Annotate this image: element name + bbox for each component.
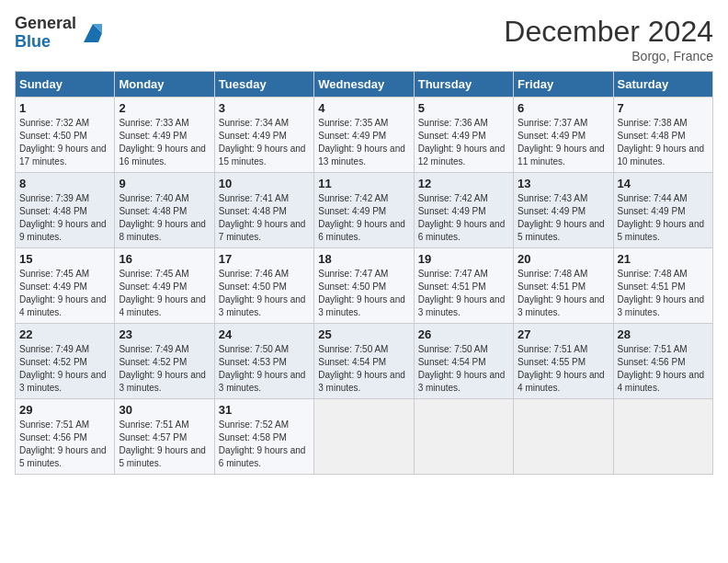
calendar-cell: 9 Sunrise: 7:40 AM Sunset: 4:48 PM Dayli… bbox=[115, 173, 214, 248]
calendar-cell: 20 Sunrise: 7:48 AM Sunset: 4:51 PM Dayl… bbox=[514, 248, 613, 324]
day-number: 28 bbox=[618, 327, 709, 341]
calendar-cell: 11 Sunrise: 7:42 AM Sunset: 4:49 PM Dayl… bbox=[314, 173, 414, 248]
calendar-cell: 14 Sunrise: 7:44 AM Sunset: 4:49 PM Dayl… bbox=[613, 173, 712, 248]
day-info: Sunrise: 7:37 AM Sunset: 4:49 PM Dayligh… bbox=[518, 117, 609, 168]
day-info: Sunrise: 7:47 AM Sunset: 4:50 PM Dayligh… bbox=[318, 268, 409, 319]
calendar-cell: 5 Sunrise: 7:36 AM Sunset: 4:49 PM Dayli… bbox=[414, 98, 513, 173]
day-number: 29 bbox=[19, 403, 110, 417]
calendar-cell: 29 Sunrise: 7:51 AM Sunset: 4:56 PM Dayl… bbox=[16, 399, 115, 475]
calendar-cell: 26 Sunrise: 7:50 AM Sunset: 4:54 PM Dayl… bbox=[414, 324, 513, 399]
day-info: Sunrise: 7:46 AM Sunset: 4:50 PM Dayligh… bbox=[219, 268, 310, 319]
week-row: 1 Sunrise: 7:32 AM Sunset: 4:50 PM Dayli… bbox=[16, 98, 713, 173]
day-info: Sunrise: 7:45 AM Sunset: 4:49 PM Dayligh… bbox=[19, 268, 110, 319]
calendar-cell: 6 Sunrise: 7:37 AM Sunset: 4:49 PM Dayli… bbox=[514, 98, 613, 173]
day-number: 6 bbox=[518, 101, 609, 115]
day-number: 1 bbox=[19, 101, 110, 115]
day-info: Sunrise: 7:43 AM Sunset: 4:49 PM Dayligh… bbox=[518, 192, 609, 244]
day-info: Sunrise: 7:34 AM Sunset: 4:49 PM Dayligh… bbox=[219, 117, 310, 168]
day-info: Sunrise: 7:50 AM Sunset: 4:54 PM Dayligh… bbox=[318, 343, 409, 395]
column-header-monday: Monday bbox=[115, 72, 214, 98]
calendar-cell: 4 Sunrise: 7:35 AM Sunset: 4:49 PM Dayli… bbox=[314, 98, 414, 173]
day-number: 5 bbox=[418, 101, 509, 115]
logo-blue-text: Blue bbox=[15, 33, 76, 52]
calendar-cell: 1 Sunrise: 7:32 AM Sunset: 4:50 PM Dayli… bbox=[16, 98, 115, 173]
location: Borgo, France bbox=[504, 49, 713, 63]
day-number: 31 bbox=[219, 403, 310, 417]
column-header-saturday: Saturday bbox=[613, 72, 712, 98]
day-info: Sunrise: 7:41 AM Sunset: 4:48 PM Dayligh… bbox=[219, 192, 310, 244]
calendar-cell: 8 Sunrise: 7:39 AM Sunset: 4:48 PM Dayli… bbox=[16, 173, 115, 248]
calendar-cell: 24 Sunrise: 7:50 AM Sunset: 4:53 PM Dayl… bbox=[214, 324, 313, 399]
day-info: Sunrise: 7:36 AM Sunset: 4:49 PM Dayligh… bbox=[418, 117, 509, 168]
calendar-cell: 31 Sunrise: 7:52 AM Sunset: 4:58 PM Dayl… bbox=[214, 399, 313, 475]
day-number: 18 bbox=[318, 252, 409, 266]
day-number: 9 bbox=[119, 177, 210, 190]
day-number: 14 bbox=[618, 177, 709, 190]
day-number: 7 bbox=[618, 101, 709, 115]
day-info: Sunrise: 7:40 AM Sunset: 4:48 PM Dayligh… bbox=[119, 192, 210, 244]
calendar-cell: 28 Sunrise: 7:51 AM Sunset: 4:56 PM Dayl… bbox=[613, 324, 712, 399]
calendar-cell: 13 Sunrise: 7:43 AM Sunset: 4:49 PM Dayl… bbox=[514, 173, 613, 248]
calendar-cell: 22 Sunrise: 7:49 AM Sunset: 4:52 PM Dayl… bbox=[16, 324, 115, 399]
calendar-cell: 15 Sunrise: 7:45 AM Sunset: 4:49 PM Dayl… bbox=[16, 248, 115, 324]
day-info: Sunrise: 7:39 AM Sunset: 4:48 PM Dayligh… bbox=[19, 192, 110, 244]
calendar-cell: 17 Sunrise: 7:46 AM Sunset: 4:50 PM Dayl… bbox=[214, 248, 313, 324]
header-row: SundayMondayTuesdayWednesdayThursdayFrid… bbox=[16, 72, 713, 98]
day-number: 15 bbox=[19, 252, 110, 266]
day-info: Sunrise: 7:52 AM Sunset: 4:58 PM Dayligh… bbox=[219, 419, 310, 470]
calendar-cell: 19 Sunrise: 7:47 AM Sunset: 4:51 PM Dayl… bbox=[414, 248, 513, 324]
calendar-cell: 3 Sunrise: 7:34 AM Sunset: 4:49 PM Dayli… bbox=[214, 98, 313, 173]
calendar-cell: 27 Sunrise: 7:51 AM Sunset: 4:55 PM Dayl… bbox=[514, 324, 613, 399]
calendar-cell: 7 Sunrise: 7:38 AM Sunset: 4:48 PM Dayli… bbox=[613, 98, 712, 173]
column-header-tuesday: Tuesday bbox=[214, 72, 313, 98]
day-info: Sunrise: 7:35 AM Sunset: 4:49 PM Dayligh… bbox=[318, 117, 409, 168]
day-number: 8 bbox=[19, 177, 110, 190]
page-header: General Blue December 2024 Borgo, France bbox=[15, 15, 713, 63]
day-info: Sunrise: 7:42 AM Sunset: 4:49 PM Dayligh… bbox=[418, 192, 509, 244]
day-info: Sunrise: 7:48 AM Sunset: 4:51 PM Dayligh… bbox=[618, 268, 709, 319]
day-info: Sunrise: 7:48 AM Sunset: 4:51 PM Dayligh… bbox=[518, 268, 609, 319]
logo-icon bbox=[80, 20, 106, 46]
day-info: Sunrise: 7:45 AM Sunset: 4:49 PM Dayligh… bbox=[119, 268, 210, 319]
day-number: 24 bbox=[219, 327, 310, 341]
day-number: 3 bbox=[219, 101, 310, 115]
day-info: Sunrise: 7:51 AM Sunset: 4:56 PM Dayligh… bbox=[618, 343, 709, 395]
week-row: 22 Sunrise: 7:49 AM Sunset: 4:52 PM Dayl… bbox=[16, 324, 713, 399]
day-number: 4 bbox=[318, 101, 409, 115]
day-info: Sunrise: 7:49 AM Sunset: 4:52 PM Dayligh… bbox=[19, 343, 110, 395]
column-header-sunday: Sunday bbox=[16, 72, 115, 98]
calendar-cell bbox=[314, 399, 414, 475]
day-number: 30 bbox=[119, 403, 210, 417]
day-info: Sunrise: 7:32 AM Sunset: 4:50 PM Dayligh… bbox=[19, 117, 110, 168]
day-number: 25 bbox=[318, 327, 409, 341]
title-block: December 2024 Borgo, France bbox=[504, 15, 713, 63]
day-info: Sunrise: 7:49 AM Sunset: 4:52 PM Dayligh… bbox=[119, 343, 210, 395]
column-header-friday: Friday bbox=[514, 72, 613, 98]
day-number: 27 bbox=[518, 327, 609, 341]
day-info: Sunrise: 7:51 AM Sunset: 4:57 PM Dayligh… bbox=[119, 419, 210, 470]
calendar-cell: 18 Sunrise: 7:47 AM Sunset: 4:50 PM Dayl… bbox=[314, 248, 414, 324]
calendar-cell: 21 Sunrise: 7:48 AM Sunset: 4:51 PM Dayl… bbox=[613, 248, 712, 324]
day-number: 23 bbox=[119, 327, 210, 341]
day-number: 19 bbox=[418, 252, 509, 266]
day-number: 10 bbox=[219, 177, 310, 190]
day-number: 13 bbox=[518, 177, 609, 190]
week-row: 8 Sunrise: 7:39 AM Sunset: 4:48 PM Dayli… bbox=[16, 173, 713, 248]
day-info: Sunrise: 7:51 AM Sunset: 4:55 PM Dayligh… bbox=[518, 343, 609, 395]
day-number: 22 bbox=[19, 327, 110, 341]
logo-general-text: General bbox=[15, 15, 76, 33]
month-title: December 2024 bbox=[504, 15, 713, 49]
day-number: 11 bbox=[318, 177, 409, 190]
calendar-cell bbox=[613, 399, 712, 475]
day-info: Sunrise: 7:44 AM Sunset: 4:49 PM Dayligh… bbox=[618, 192, 709, 244]
calendar-cell: 23 Sunrise: 7:49 AM Sunset: 4:52 PM Dayl… bbox=[115, 324, 214, 399]
day-number: 12 bbox=[418, 177, 509, 190]
column-header-thursday: Thursday bbox=[414, 72, 513, 98]
day-number: 20 bbox=[518, 252, 609, 266]
week-row: 15 Sunrise: 7:45 AM Sunset: 4:49 PM Dayl… bbox=[16, 248, 713, 324]
calendar-cell bbox=[414, 399, 513, 475]
day-info: Sunrise: 7:50 AM Sunset: 4:53 PM Dayligh… bbox=[219, 343, 310, 395]
calendar-cell: 10 Sunrise: 7:41 AM Sunset: 4:48 PM Dayl… bbox=[214, 173, 313, 248]
calendar-table: SundayMondayTuesdayWednesdayThursdayFrid… bbox=[15, 71, 713, 475]
calendar-cell: 25 Sunrise: 7:50 AM Sunset: 4:54 PM Dayl… bbox=[314, 324, 414, 399]
